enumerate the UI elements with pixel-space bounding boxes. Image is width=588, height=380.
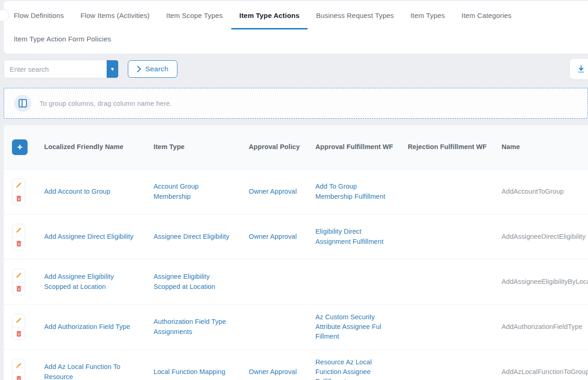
cell-localized-friendly-name[interactable]: Add Az Local Function To Resource xyxy=(44,362,154,380)
table-row: Add Az Local Function To Resource Local … xyxy=(4,350,588,380)
item-type-actions-table: + Localized Friendly Name Item Type Appr… xyxy=(4,125,588,380)
export-download-button[interactable] xyxy=(570,58,588,80)
cell-rejection-fulfillment-wf[interactable] xyxy=(408,187,502,196)
row-actions-group xyxy=(12,178,25,205)
cell-item-type[interactable]: Account Group Membership xyxy=(154,182,249,201)
edit-row-button[interactable] xyxy=(12,359,25,372)
header-add-cell: + xyxy=(4,139,44,155)
columns-icon xyxy=(18,99,27,108)
toolbar: ▼ Search xyxy=(4,59,588,79)
table-body: Add Account to Group Account Group Membe… xyxy=(4,169,588,380)
cell-rejection-fulfillment-wf[interactable] xyxy=(408,367,502,377)
tab-flow-definitions[interactable]: Flow Definitions xyxy=(6,1,72,29)
row-actions-group xyxy=(12,224,25,250)
trash-icon xyxy=(16,376,22,380)
trash-icon xyxy=(16,241,22,247)
cell-name: AddAssigneeEligibilityByLocati xyxy=(502,277,588,287)
cell-name: AddAzLocalFunctionToGroup xyxy=(502,367,588,377)
cell-item-type[interactable]: Local Function Mapping xyxy=(154,367,249,377)
cell-approval-fulfillment-wf[interactable] xyxy=(315,277,408,287)
delete-row-button[interactable] xyxy=(12,282,25,295)
tab-item-categories[interactable]: Item Categories xyxy=(453,1,520,29)
table-row: Add Assignee Direct Eligibility Assignee… xyxy=(4,214,588,259)
column-header-localized-friendly-name[interactable]: Localized Friendly Name xyxy=(44,142,154,152)
group-columns-circle xyxy=(14,95,31,112)
pencil-icon xyxy=(16,182,22,188)
cell-approval-policy[interactable] xyxy=(249,277,315,287)
trash-icon xyxy=(16,196,22,202)
cell-approval-policy[interactable]: Owner Approval xyxy=(249,232,315,242)
tab-item-type-action-form-policies[interactable]: Item Type Action Form Policies xyxy=(6,35,120,43)
cell-rejection-fulfillment-wf[interactable] xyxy=(408,277,502,287)
row-actions-cell xyxy=(4,178,44,205)
cell-approval-policy[interactable]: Owner Approval xyxy=(249,367,315,377)
group-columns-drop-zone[interactable]: To group columns, drag column name here. xyxy=(4,88,588,119)
cell-rejection-fulfillment-wf[interactable] xyxy=(408,232,502,242)
cell-localized-friendly-name[interactable]: Add Assignee Direct Eligibility xyxy=(44,232,154,242)
cell-approval-fulfillment-wf[interactable]: Add To Group Membership Fulfillment xyxy=(315,182,408,201)
table-row: Add Assignee Eligibility Scopped at Loca… xyxy=(4,259,588,305)
table-row: Add Authorization Field Type Authorizati… xyxy=(4,305,588,350)
cell-localized-friendly-name[interactable]: Add Authorization Field Type xyxy=(44,322,154,332)
row-actions-group xyxy=(12,269,25,295)
column-header-approval-fulfillment-wf[interactable]: Approval Fulfillment WF xyxy=(315,142,408,152)
column-header-name[interactable]: Name xyxy=(502,142,588,152)
pencil-icon xyxy=(16,363,22,368)
column-header-rejection-fulfillment-wf[interactable]: Rejection Fulfillment WF xyxy=(408,142,502,152)
chevron-right-icon xyxy=(137,66,141,72)
trash-icon xyxy=(16,331,22,337)
cell-approval-policy[interactable]: Owner Approval xyxy=(249,187,315,196)
delete-row-button[interactable] xyxy=(12,372,25,380)
cell-name: AddAccountToGroup xyxy=(502,187,588,196)
pencil-icon xyxy=(16,272,22,278)
tab-bar-row-1: Flow Definitions Flow Items (Activities)… xyxy=(4,1,588,29)
tab-bar-row-2: Item Type Action Form Policies xyxy=(4,29,588,54)
trash-icon xyxy=(16,286,22,292)
add-row-button[interactable]: + xyxy=(12,139,28,155)
edit-row-button[interactable] xyxy=(12,179,25,192)
row-actions-cell xyxy=(4,359,44,380)
tab-item-types[interactable]: Item Types xyxy=(402,1,453,29)
pencil-icon xyxy=(16,317,22,323)
cell-approval-fulfillment-wf[interactable]: Resource Az Local Function Assignee Fulf… xyxy=(315,357,408,380)
cell-item-type[interactable]: Authorization Field Type Assignments xyxy=(154,317,249,336)
row-actions-group xyxy=(12,359,25,380)
tabs-card: Flow Definitions Flow Items (Activities)… xyxy=(4,1,588,54)
edit-row-button[interactable] xyxy=(12,269,25,282)
edit-row-button[interactable] xyxy=(12,224,25,237)
search-button-label: Search xyxy=(145,65,168,73)
row-actions-group xyxy=(12,314,25,340)
column-header-approval-policy[interactable]: Approval Policy xyxy=(249,142,315,152)
cell-name: AddAssigneeDirectEligibility xyxy=(502,232,588,242)
delete-row-button[interactable] xyxy=(12,237,25,250)
table-row: Add Account to Group Account Group Membe… xyxy=(4,169,588,214)
column-header-item-type[interactable]: Item Type xyxy=(154,142,249,152)
delete-row-button[interactable] xyxy=(12,192,25,205)
cell-rejection-fulfillment-wf[interactable] xyxy=(408,322,502,332)
cell-item-type[interactable]: Assignee Direct Eligibility xyxy=(154,232,249,242)
download-icon xyxy=(577,64,585,74)
chevron-down-icon: ▼ xyxy=(110,66,115,72)
search-button[interactable]: Search xyxy=(128,60,177,78)
search-options-dropdown-button[interactable]: ▼ xyxy=(107,60,118,78)
cell-localized-friendly-name[interactable]: Add Account to Group xyxy=(44,187,154,196)
search-input[interactable] xyxy=(4,60,107,78)
cell-approval-fulfillment-wf[interactable]: Az Custom Security Attribute Assignee Fu… xyxy=(315,312,408,341)
row-actions-cell xyxy=(4,224,44,250)
table-header-row: + Localized Friendly Name Item Type Appr… xyxy=(4,125,588,169)
cell-approval-fulfillment-wf[interactable]: Eligibility Direct Assignment Fulfillmen… xyxy=(315,227,408,246)
tab-flow-items-activities[interactable]: Flow Items (Activities) xyxy=(72,1,158,29)
cell-item-type[interactable]: Assignee Eligibility Scopped at Location xyxy=(154,272,249,291)
tab-business-request-types[interactable]: Business Request Types xyxy=(308,1,402,29)
pencil-icon xyxy=(16,227,22,233)
cell-approval-policy[interactable] xyxy=(249,322,315,332)
delete-row-button[interactable] xyxy=(12,327,25,340)
cell-localized-friendly-name[interactable]: Add Assignee Eligibility Scopped at Loca… xyxy=(44,272,154,291)
tab-item-scope-types[interactable]: Item Scope Types xyxy=(158,1,231,29)
group-columns-hint-text: To group columns, drag column name here. xyxy=(40,100,172,107)
row-actions-cell xyxy=(4,269,44,295)
cell-name: AddAuthorizationFieldType xyxy=(502,322,588,332)
edit-row-button[interactable] xyxy=(12,314,25,327)
tab-item-type-actions[interactable]: Item Type Actions xyxy=(231,1,308,29)
row-actions-cell xyxy=(4,314,44,340)
